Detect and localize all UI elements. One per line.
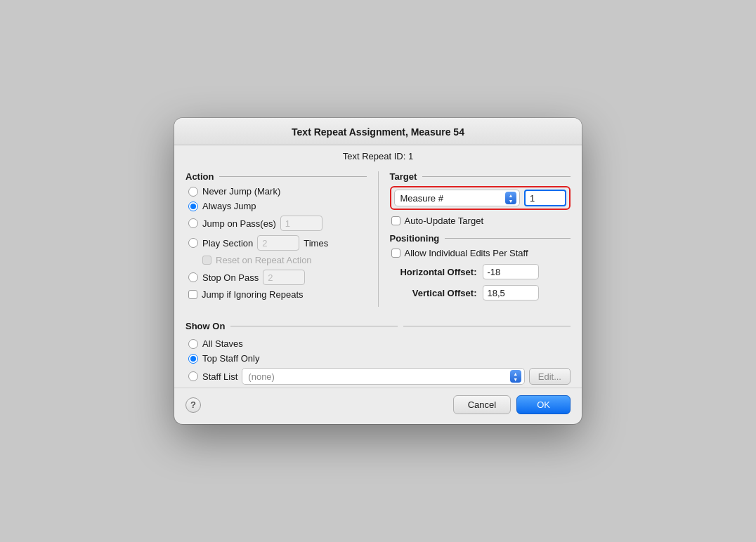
jump-if-ignoring-checkbox[interactable] <box>188 290 197 299</box>
show-on-radio-group: All Staves Top Staff Only Staff List (no… <box>185 334 571 385</box>
staff-list-label: Staff List <box>202 371 237 382</box>
staff-list-select-arrows-icon[interactable] <box>510 370 521 383</box>
measure-select-arrows-icon[interactable] <box>505 192 516 204</box>
always-jump-option[interactable]: Always Jump <box>188 201 367 211</box>
never-jump-option[interactable]: Never Jump (Mark) <box>188 186 367 197</box>
target-measure-row: Measure # <box>390 186 571 210</box>
action-header: Action <box>185 171 367 182</box>
horizontal-offset-input[interactable] <box>483 264 539 279</box>
measure-select[interactable]: Measure # <box>394 190 521 206</box>
auto-update-row: Auto-Update Target <box>391 216 571 226</box>
top-staff-radio[interactable] <box>188 354 198 364</box>
measure-select-label: Measure # <box>398 193 506 204</box>
jump-on-pass-label: Jump on Pass(es) <box>202 218 276 229</box>
positioning-section: Positioning Allow Individual Edits Per S… <box>390 233 571 300</box>
positioning-header: Positioning <box>390 233 571 244</box>
target-number-input[interactable] <box>524 190 566 206</box>
stop-on-pass-radio[interactable] <box>188 272 198 282</box>
action-radio-group: Never Jump (Mark) Always Jump Jump on Pa… <box>185 186 367 300</box>
subtitle: Text Repeat ID: 1 <box>174 145 582 166</box>
target-section: Target Measure # Auto-Update Target <box>390 171 571 226</box>
jump-if-ignoring-label: Jump if Ignoring Repeats <box>202 289 304 300</box>
show-on-section: Show On All Staves Top Staff Only Staff … <box>174 315 582 388</box>
all-staves-radio[interactable] <box>188 339 198 349</box>
play-section-label: Play Section <box>202 238 253 249</box>
top-staff-option[interactable]: Top Staff Only <box>188 353 571 364</box>
allow-edits-label: Allow Individual Edits Per Staff <box>405 248 528 258</box>
play-section-option[interactable]: Play Section Times <box>188 235 367 251</box>
target-header: Target <box>390 171 571 182</box>
top-staff-label: Top Staff Only <box>202 353 259 364</box>
title-bar: Text Repeat Assignment, Measure 54 <box>174 118 582 145</box>
all-staves-option[interactable]: All Staves <box>188 338 571 349</box>
jump-on-pass-option[interactable]: Jump on Pass(es) <box>188 216 367 231</box>
play-section-radio[interactable] <box>188 238 198 248</box>
reset-checkbox <box>202 256 211 265</box>
stop-on-pass-option[interactable]: Stop On Pass <box>188 270 367 285</box>
stop-on-pass-label: Stop On Pass <box>202 272 259 283</box>
allow-edits-checkbox[interactable] <box>391 249 400 258</box>
cancel-button[interactable]: Cancel <box>453 395 511 414</box>
staff-list-select[interactable]: (none) <box>242 368 524 385</box>
footer-buttons: Cancel OK <box>453 395 571 414</box>
jump-on-pass-input[interactable] <box>280 216 322 231</box>
right-panel: Target Measure # Auto-Update Target <box>390 171 571 307</box>
play-section-input[interactable] <box>257 235 299 251</box>
action-section: Action Never Jump (Mark) Always Jump <box>185 171 367 300</box>
main-content: Action Never Jump (Mark) Always Jump <box>174 166 582 315</box>
horizontal-offset-label: Horizontal Offset: <box>391 267 483 277</box>
ok-button[interactable]: OK <box>516 395 571 414</box>
never-jump-radio[interactable] <box>188 187 198 197</box>
jump-on-pass-radio[interactable] <box>188 218 198 228</box>
dialog: Text Repeat Assignment, Measure 54 Text … <box>174 118 582 424</box>
vertical-offset-row: Vertical Offset: <box>391 285 571 300</box>
reset-option: Reset on Repeat Action <box>188 255 367 265</box>
all-staves-label: All Staves <box>202 338 243 349</box>
vertical-offset-input[interactable] <box>483 285 539 300</box>
left-panel: Action Never Jump (Mark) Always Jump <box>185 171 379 307</box>
show-on-header: Show On <box>185 321 571 331</box>
footer: ? Cancel OK <box>174 388 582 424</box>
vertical-offset-label: Vertical Offset: <box>391 288 483 298</box>
dialog-title: Text Repeat Assignment, Measure 54 <box>292 126 464 138</box>
times-label: Times <box>304 238 328 249</box>
reset-label: Reset on Repeat Action <box>216 255 312 265</box>
edit-button[interactable]: Edit... <box>529 368 571 385</box>
help-button[interactable]: ? <box>185 397 201 413</box>
staff-list-radio[interactable] <box>188 371 198 381</box>
never-jump-label: Never Jump (Mark) <box>202 186 280 197</box>
auto-update-label: Auto-Update Target <box>405 216 484 226</box>
text-repeat-id: Text Repeat ID: 1 <box>343 151 413 161</box>
always-jump-radio[interactable] <box>188 201 198 211</box>
allow-edits-row: Allow Individual Edits Per Staff <box>391 248 571 258</box>
horizontal-offset-row: Horizontal Offset: <box>391 264 571 279</box>
jump-if-ignoring-option[interactable]: Jump if Ignoring Repeats <box>188 289 367 300</box>
staff-list-row: Staff List (none) Edit... <box>188 368 571 385</box>
staff-list-select-value: (none) <box>245 371 509 382</box>
always-jump-label: Always Jump <box>202 201 256 211</box>
auto-update-checkbox[interactable] <box>391 216 400 225</box>
stop-on-pass-input[interactable] <box>263 270 305 285</box>
